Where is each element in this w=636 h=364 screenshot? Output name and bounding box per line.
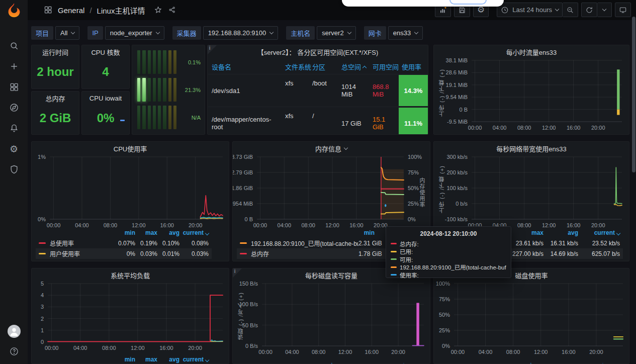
total-cell: 17 GiB bbox=[338, 107, 369, 135]
series-color-dash bbox=[39, 242, 46, 244]
disk-io-chart[interactable]: 150 B/s100 B/s50 B/s0 B/s00:0004:0008:00… bbox=[237, 282, 426, 357]
cpu-legend[interactable]: minmaxavgcurrent总使用率0.07%0.19%0.10%0.08%… bbox=[36, 227, 225, 261]
panel-title[interactable]: 运行时间 bbox=[32, 45, 79, 58]
panel-title[interactable]: CPU iowait bbox=[82, 92, 129, 105]
user-avatar[interactable] bbox=[8, 325, 21, 338]
refresh-button[interactable] bbox=[581, 3, 597, 17]
panel-cpu-usage: CPU使用率 1%0%00:0004:0008:0012:0016:0020:0… bbox=[31, 141, 229, 261]
col-filesystem[interactable]: 文件系统 bbox=[282, 59, 309, 74]
browser-popup-button[interactable] bbox=[449, 0, 487, 5]
breadcrumb-page-title[interactable]: Linux主机详情 bbox=[97, 5, 145, 16]
chevron-down-icon bbox=[555, 7, 559, 11]
top-navbar: General / Linux主机详情 ⚙ Last 24 hours bbox=[28, 0, 636, 20]
panel-title[interactable]: 内存信息 bbox=[233, 142, 430, 155]
panel-load-average: 系统平均负载 54321000:0004:0008:0012:0016:0020… bbox=[31, 268, 229, 364]
total-memory-value: 2 GiB bbox=[32, 105, 79, 131]
variable-select-ip[interactable]: node_exporter bbox=[105, 26, 164, 40]
grafana-logo-icon[interactable] bbox=[5, 2, 23, 20]
tooltip-row: 使用率: bbox=[391, 271, 506, 279]
variable-label-collector: 采集器 bbox=[172, 26, 201, 40]
sort-asc-icon bbox=[362, 66, 366, 70]
panel-info-icon[interactable]: i bbox=[208, 45, 217, 54]
panel-cpu-cores: CPU 核数 4 bbox=[81, 45, 130, 89]
variable-select-hostname[interactable]: server2 bbox=[317, 26, 355, 40]
sort-chevron-icon bbox=[205, 231, 209, 235]
admin-shield-icon[interactable] bbox=[9, 164, 20, 175]
create-plus-icon[interactable] bbox=[9, 61, 20, 72]
variable-select-project[interactable]: All bbox=[55, 26, 79, 40]
series-color-dash bbox=[240, 253, 247, 254]
time-range-picker[interactable]: Last 24 hours bbox=[497, 3, 563, 17]
col-usage[interactable]: 使用率 bbox=[398, 59, 428, 74]
alerting-bell-icon[interactable] bbox=[9, 123, 20, 134]
panel-partition-table: i 【server2】： 各分区可用空间(EXT.*/XFS) 设备名 文件系统… bbox=[207, 45, 428, 135]
panel-title[interactable]: CPU使用率 bbox=[32, 142, 229, 155]
uptime-value: 2 hour bbox=[32, 58, 79, 85]
tooltip-row: 可用: bbox=[391, 255, 506, 263]
usage-cell: 14.3% bbox=[398, 74, 428, 107]
search-icon[interactable] bbox=[9, 40, 20, 51]
memory-info-chart[interactable]: 3.73 GiB2.79 GiB1.86 GiB954 MiB0 B100%75… bbox=[237, 155, 426, 230]
cpu-cores-value: 4 bbox=[82, 58, 129, 85]
table-row: /dev/mapper/centos-root xfs / 17 GiB 15.… bbox=[208, 107, 428, 135]
fs-cell: xfs bbox=[282, 74, 309, 107]
col-total[interactable]: 总空间 bbox=[338, 59, 369, 74]
page-scrollbar-thumb[interactable] bbox=[632, 17, 635, 172]
col-mount[interactable]: 分区 bbox=[309, 59, 338, 74]
available-cell: 15.1 GiB bbox=[369, 107, 398, 135]
hourly-traffic-chart[interactable]: 38.1 MiB28.6 MiB19.1 MiB9.54 MiB0 B-9.5 … bbox=[438, 58, 625, 134]
sort-chevron-icon bbox=[616, 231, 620, 235]
share-icon[interactable] bbox=[168, 6, 177, 15]
panel-title[interactable]: 【server2】： 各分区可用空间(EXT.*/XFS) bbox=[208, 45, 428, 58]
variable-label-nic: 网卡 bbox=[364, 26, 386, 40]
zoom-out-time-button[interactable] bbox=[563, 3, 578, 17]
mount-cell: / bbox=[309, 107, 338, 135]
fs-cell: xfs bbox=[282, 107, 309, 135]
help-icon[interactable] bbox=[9, 346, 20, 357]
total-cell: 1014 MiB bbox=[338, 74, 369, 107]
panel-info-icon[interactable]: i bbox=[233, 268, 242, 278]
star-icon[interactable] bbox=[154, 6, 163, 15]
available-cell: 868.8 MiB bbox=[369, 74, 398, 107]
panel-uptime: 运行时间 2 hour bbox=[31, 45, 79, 89]
gauge-row: N/A bbox=[137, 106, 201, 129]
panel-title[interactable]: CPU 核数 bbox=[82, 45, 129, 58]
variable-select-nic[interactable]: ens33 bbox=[388, 26, 423, 40]
table-row: /dev/sda1 xfs /boot 1014 MiB 868.8 MiB 1… bbox=[208, 74, 428, 107]
chevron-down-icon bbox=[71, 30, 75, 34]
panel-title[interactable]: 每秒网络带宽使用ens33 bbox=[434, 142, 629, 155]
chevron-down-icon bbox=[347, 30, 351, 34]
panel-title[interactable]: 系统平均负载 bbox=[32, 268, 229, 282]
variable-label-ip: IP bbox=[87, 26, 103, 40]
cpu-iowait-value: 0% bbox=[82, 105, 129, 131]
breadcrumb: General / Linux主机详情 bbox=[44, 5, 177, 16]
dashboard-grid-icon[interactable] bbox=[44, 6, 53, 15]
col-device[interactable]: 设备名 bbox=[208, 59, 282, 74]
breadcrumb-section[interactable]: General bbox=[58, 6, 84, 15]
disk-usage-chart[interactable]: 100%75%50%25%0%00:0004:0008:0012:0016:00… bbox=[438, 282, 625, 357]
panel-core-usage-gauge: 0.1%21.3%N/A bbox=[132, 45, 205, 135]
panel-cpu-iowait: CPU iowait 0% bbox=[81, 91, 130, 135]
cpu-usage-chart[interactable]: 1%0%00:0004:0008:0012:0016:0020:00 bbox=[36, 155, 225, 230]
graph-tooltip: 2024-08-12 20:10:00 总内存: 已用: 可用: 192.168… bbox=[386, 226, 511, 278]
load-average-chart[interactable]: 54321000:0004:0008:0012:0016:0020:00 bbox=[36, 282, 225, 352]
series-color-dash bbox=[39, 253, 46, 254]
load-legend[interactable]: minmaxavgcurrent bbox=[36, 354, 225, 363]
col-available[interactable]: 可用空间 bbox=[369, 59, 398, 74]
explore-compass-icon[interactable] bbox=[9, 102, 20, 113]
panel-title[interactable]: 总内存 bbox=[32, 92, 79, 105]
legend-header: minmaxavgcurrent bbox=[438, 360, 612, 363]
gauge-row: 0.1% bbox=[137, 50, 201, 74]
variable-select-collector[interactable]: 192.168.88.20:9100 bbox=[203, 26, 279, 40]
panel-disk-usage: 磁盘使用率 100%75%50%25%0%00:0004:0008:0012:0… bbox=[433, 268, 629, 364]
sidebar: ⚙ bbox=[0, 0, 28, 364]
kiosk-tv-icon[interactable] bbox=[615, 3, 631, 17]
dashboards-grid-icon[interactable] bbox=[9, 81, 20, 93]
disk-usage-legend[interactable]: minmaxavgcurrent bbox=[438, 360, 625, 363]
configuration-gear-icon[interactable]: ⚙ bbox=[9, 143, 20, 154]
panel-title[interactable]: 每小时流量ens33 bbox=[434, 45, 629, 58]
refresh-interval-dropdown[interactable] bbox=[597, 3, 612, 17]
chevron-down-icon bbox=[155, 30, 159, 34]
network-bandwidth-chart[interactable]: 300 kb/s200 kb/s100 kb/s0 b/s-100 kb/s00… bbox=[438, 155, 625, 230]
disk-io-legend[interactable]: minmaxavgcurrent bbox=[237, 360, 426, 363]
